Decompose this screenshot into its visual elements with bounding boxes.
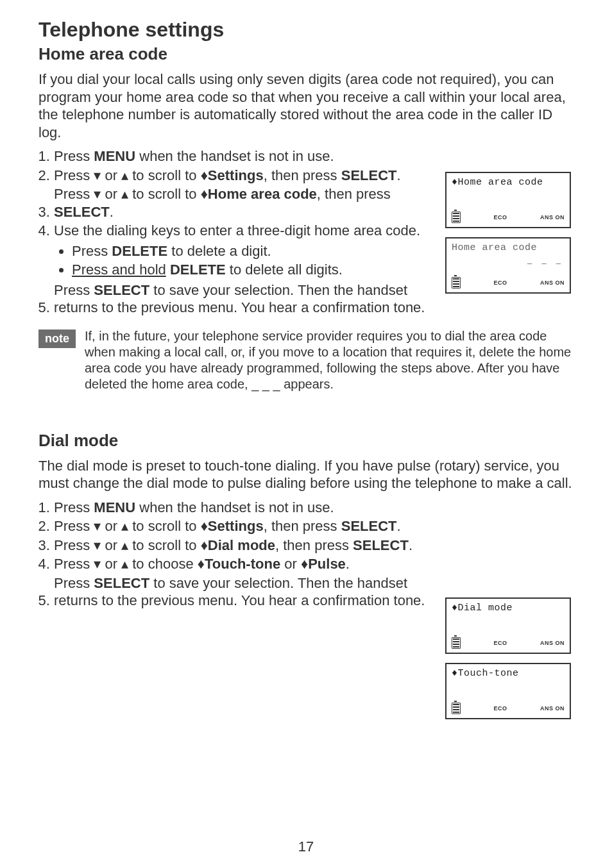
- lcd-touch-tone: ♦Touch-tone ECO ANS ON: [445, 663, 571, 719]
- diamond-icon: ♦: [201, 185, 208, 203]
- battery-icon: [452, 212, 461, 223]
- dial-mode-steps: Press MENU when the handset is not in us…: [38, 499, 574, 610]
- step-text: Press ▾ or ▴ to scroll to: [54, 186, 201, 202]
- dial-mode-heading: Dial mode: [38, 431, 574, 451]
- delete-key: DELETE: [112, 243, 167, 259]
- updown-icon: ♦: [452, 603, 458, 613]
- lcd-text: Dial mode: [458, 603, 513, 613]
- page-title: Telephone settings: [38, 18, 574, 42]
- lcd-home-area-menu: ♦Home area code ECO ANS ON: [445, 172, 571, 228]
- note-label: note: [38, 330, 76, 348]
- lcd-text: Home area code: [458, 177, 543, 188]
- step-text: to delete all digits.: [226, 262, 343, 278]
- ans-on-icon: ANS ON: [540, 705, 565, 712]
- step-text: Press: [54, 282, 94, 298]
- step-text: .: [397, 518, 401, 534]
- lcd-text: Home area code: [452, 242, 537, 253]
- step-text: Press: [54, 148, 94, 164]
- diamond-icon: ♦: [201, 537, 208, 555]
- ans-on-icon: ANS ON: [540, 214, 565, 221]
- step-text: Use the dialing keys to enter a three-di…: [54, 222, 420, 238]
- touch-tone-label: Touch-tone: [205, 556, 280, 572]
- step-text: , then press: [317, 186, 391, 202]
- lcd-input-dashes: _ _ _: [527, 256, 563, 265]
- step-text: Press: [72, 243, 112, 259]
- updown-icon: ♦: [452, 668, 458, 679]
- step-text: .: [110, 204, 114, 220]
- step-text: or: [280, 556, 301, 572]
- step-text: .: [409, 537, 412, 553]
- home-area-code-intro: If you dial your local calls using only …: [38, 71, 574, 141]
- diamond-icon: ♦: [301, 555, 308, 573]
- select-key: SELECT: [94, 575, 149, 591]
- step-text: Press ▾ or ▴ to scroll to: [54, 167, 201, 183]
- ans-on-icon: ANS ON: [540, 640, 565, 646]
- dm-step-4: Press ▾ or ▴ to choose ♦Touch-tone or ♦P…: [54, 555, 574, 573]
- step-text: Press ▾ or ▴ to scroll to: [54, 518, 201, 534]
- select-key: SELECT: [94, 282, 149, 298]
- lcd-text: Touch-tone: [458, 668, 519, 679]
- battery-icon: [452, 703, 461, 714]
- step-text: .: [397, 167, 401, 183]
- select-key: SELECT: [341, 518, 397, 534]
- step-text: Press: [54, 575, 94, 591]
- lcd-home-area-input: Home area code _ _ _ ECO ANS ON: [445, 237, 571, 294]
- step-text: , then press: [275, 537, 353, 553]
- updown-icon: ♦: [452, 177, 458, 188]
- step-text: when the handset is not in use.: [135, 148, 334, 164]
- pulse-label: Pulse: [308, 556, 346, 572]
- ans-on-icon: ANS ON: [540, 280, 565, 286]
- dm-step-2: Press ▾ or ▴ to scroll to ♦Settings, the…: [54, 517, 574, 535]
- press-hold: Press and hold: [72, 262, 166, 278]
- diamond-icon: ♦: [198, 555, 205, 573]
- page-number: 17: [0, 839, 612, 855]
- eco-icon: ECO: [493, 214, 507, 221]
- step-text: Press ▾ or ▴ to choose: [54, 556, 198, 572]
- select-key: SELECT: [353, 537, 409, 553]
- diamond-icon: ♦: [201, 517, 208, 535]
- delete-key: DELETE: [170, 262, 226, 278]
- home-area-code-label: Home area code: [208, 186, 317, 202]
- step-text: .: [346, 556, 350, 572]
- dm-step-3: Press ▾ or ▴ to scroll to ♦Dial mode, th…: [54, 537, 574, 555]
- eco-icon: ECO: [493, 640, 507, 646]
- step-text: to delete a digit.: [167, 243, 271, 259]
- select-key: SELECT: [54, 204, 110, 220]
- dm-step-1: Press MENU when the handset is not in us…: [54, 499, 574, 517]
- lcd-dial-mode-menu: ♦Dial mode ECO ANS ON: [445, 597, 571, 654]
- dial-mode-label: Dial mode: [208, 537, 275, 553]
- step-text: Press: [54, 499, 94, 515]
- dial-mode-intro: The dial mode is preset to touch-tone di…: [38, 457, 574, 492]
- menu-key: MENU: [94, 499, 135, 515]
- battery-icon: [452, 277, 461, 288]
- diamond-icon: ♦: [201, 167, 208, 185]
- menu-key: MENU: [94, 148, 135, 164]
- select-key: SELECT: [341, 167, 397, 183]
- step-text: when the handset is not in use.: [135, 499, 334, 515]
- note-text: If, in the future, your telephone servic…: [85, 328, 574, 392]
- settings-label: Settings: [208, 167, 264, 183]
- step-1: Press MENU when the handset is not in us…: [54, 147, 574, 165]
- settings-label: Settings: [208, 518, 264, 534]
- battery-icon: [452, 637, 461, 649]
- eco-icon: ECO: [493, 705, 507, 712]
- step-text: Press ▾ or ▴ to scroll to: [54, 537, 201, 553]
- eco-icon: ECO: [493, 280, 507, 286]
- step-text: , then press: [264, 167, 341, 183]
- home-area-code-heading: Home area code: [38, 44, 574, 64]
- lcd-group-dial-mode: ♦Dial mode ECO ANS ON ♦Touch-tone ECO AN…: [445, 597, 574, 728]
- lcd-group-home-area: ♦Home area code ECO ANS ON Home area cod…: [445, 172, 574, 303]
- step-text: , then press: [264, 518, 341, 534]
